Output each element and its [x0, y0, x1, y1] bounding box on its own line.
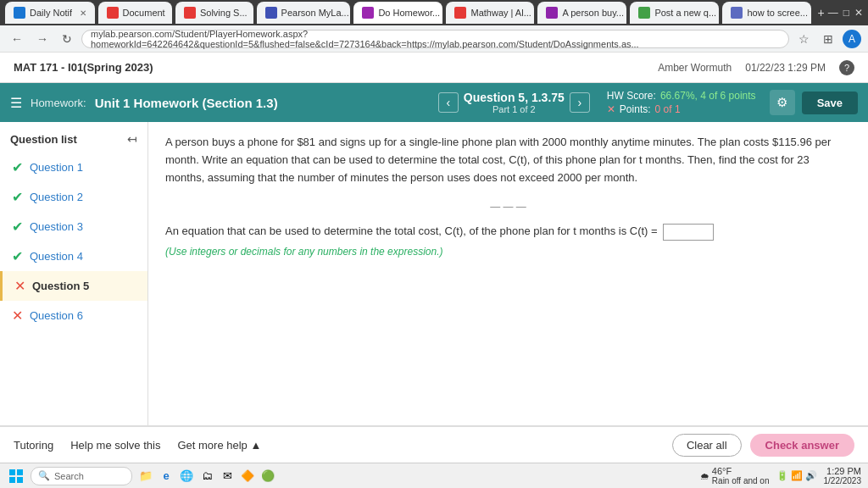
- hw-score-value: 66.67%, 4 of 6 points: [660, 90, 756, 102]
- tab-homework[interactable]: Do Homewor... ✕: [353, 2, 442, 24]
- back-button[interactable]: ←: [7, 30, 27, 47]
- get-more-help-button[interactable]: Get more help ▲: [177, 439, 261, 452]
- question-title: Question 5, 1.3.75: [464, 91, 565, 104]
- hw-label: Homework:: [31, 97, 86, 109]
- question-6-label: Question 6: [30, 309, 83, 322]
- next-question-button[interactable]: ›: [570, 92, 590, 113]
- refresh-button[interactable]: ↻: [58, 30, 76, 47]
- tab-person-buys[interactable]: A person buy... ✕: [537, 2, 626, 24]
- svg-rect-3: [17, 477, 23, 483]
- taskbar-right: 🌧 46°F Rain off and on 🔋 📶 🔊 1:29 PM 1/2…: [700, 466, 861, 485]
- question-3-label: Question 3: [30, 220, 83, 233]
- weather-icon: 🌧: [700, 471, 709, 481]
- chrome-icon[interactable]: 🌐: [178, 468, 195, 485]
- tab-solving[interactable]: Solving S... ✕: [175, 2, 253, 24]
- tab-post-question[interactable]: Post a new q... ✕: [630, 2, 719, 24]
- bookmark-button[interactable]: ☆: [794, 30, 814, 47]
- hw-header-actions: ⚙ Save: [770, 90, 858, 115]
- question-2-label: Question 2: [30, 191, 83, 203]
- edge-icon[interactable]: e: [158, 468, 175, 485]
- hw-score-label: HW Score:: [607, 90, 656, 102]
- weather-desc: Rain off and on: [712, 476, 770, 485]
- answer-prompt: An equation that can be used to determin…: [165, 225, 658, 237]
- menu-icon[interactable]: ☰: [10, 95, 22, 111]
- hw-scores: HW Score: 66.67%, 4 of 6 points ✕ Points…: [607, 90, 756, 115]
- scroll-hint: — — —: [165, 200, 851, 213]
- url-text: mylab.pearson.com/Student/PlayerHomework…: [91, 29, 780, 49]
- points-value: 0 of 1: [655, 103, 681, 115]
- time: 1:29 PM: [824, 466, 862, 476]
- close-button[interactable]: ✕: [854, 7, 863, 19]
- search-icon: 🔍: [38, 470, 50, 481]
- app-title: MAT 171 - I01(Spring 2023): [14, 61, 153, 74]
- hw-nav: ‹ Question 5, 1.3.75 Part 1 of 2 ›: [438, 91, 590, 114]
- new-tab-button[interactable]: +: [818, 6, 825, 19]
- folder-icon[interactable]: 🗂: [198, 468, 215, 485]
- check-answer-button[interactable]: Check answer: [750, 434, 854, 457]
- question-item-4[interactable]: ✔ Question 4: [0, 241, 147, 271]
- tab-close-icon[interactable]: ✕: [80, 8, 86, 18]
- question-item-1[interactable]: ✔ Question 1: [0, 152, 147, 182]
- homework-header: ☰ Homework: Unit 1 Homework (Section 1.3…: [0, 83, 868, 122]
- hw-title: Unit 1 Homework (Section 1.3): [95, 96, 278, 110]
- tab-document[interactable]: Document ✕: [98, 2, 172, 24]
- browser-tabs-bar: Daily Notifica... ✕ Document ✕ Solving S…: [0, 0, 868, 25]
- profile-button[interactable]: A: [843, 30, 861, 48]
- clear-all-button[interactable]: Clear all: [672, 434, 742, 457]
- question-item-6[interactable]: ✕ Question 6: [0, 301, 147, 330]
- question-5-label: Question 5: [32, 280, 89, 292]
- file-explorer-icon[interactable]: 📁: [137, 468, 154, 485]
- question-item-3[interactable]: ✔ Question 3: [0, 212, 147, 241]
- main-layout: Question list ↤ ✔ Question 1 ✔ Question …: [0, 122, 868, 425]
- extensions-button[interactable]: ⊞: [819, 30, 837, 47]
- question-item-5[interactable]: ✕ Question 5: [0, 271, 147, 301]
- minimize-button[interactable]: —: [828, 7, 838, 19]
- points-label: Points:: [620, 103, 651, 115]
- datetime: 01/22/23 1:29 PM: [745, 62, 826, 74]
- wifi-icon: 📶: [791, 470, 803, 481]
- correct-icon: ✔: [12, 189, 23, 205]
- tutoring-button[interactable]: Tutoring: [14, 439, 53, 452]
- incorrect-icon: ✕: [14, 278, 25, 294]
- correct-icon: ✔: [12, 219, 23, 235]
- app-top-bar: MAT 171 - I01(Spring 2023) Amber Wormuth…: [0, 53, 868, 83]
- svg-rect-2: [9, 477, 15, 483]
- question-item-2[interactable]: ✔ Question 2: [0, 182, 147, 212]
- save-button[interactable]: Save: [802, 92, 858, 114]
- weather-widget: 🌧 46°F Rain off and on: [700, 466, 770, 485]
- weather-temp: 46°F: [712, 466, 770, 476]
- mail-icon[interactable]: ✉: [219, 468, 236, 485]
- maximize-button[interactable]: □: [843, 7, 849, 19]
- bottom-toolbar: Tutoring Help me solve this Get more hel…: [0, 425, 868, 463]
- hw-header-left: ☰ Homework: Unit 1 Homework (Section 1.3…: [10, 95, 278, 111]
- sidebar-header: Question list ↤: [0, 129, 147, 152]
- tab-mathway[interactable]: Mathway | Al... ✕: [446, 2, 534, 24]
- answer-input[interactable]: [663, 224, 714, 241]
- tab-daily-notif[interactable]: Daily Notifica... ✕: [5, 2, 95, 24]
- hw-score-line: HW Score: 66.67%, 4 of 6 points: [607, 90, 756, 102]
- collapse-sidebar-button[interactable]: ↤: [127, 132, 137, 146]
- prev-question-button[interactable]: ‹: [438, 92, 459, 113]
- tab-pearson[interactable]: Pearson MyLa... ✕: [257, 2, 351, 24]
- weather-info: 46°F Rain off and on: [712, 466, 770, 485]
- question-sub: Part 1 of 2: [464, 104, 565, 114]
- url-bar[interactable]: mylab.pearson.com/Student/PlayerHomework…: [81, 30, 789, 48]
- tab-screenshot[interactable]: how to scree... ✕: [722, 2, 810, 24]
- forward-button[interactable]: →: [32, 30, 53, 47]
- app-top-right: Amber Wormuth 01/22/23 1:29 PM ?: [658, 60, 854, 75]
- problem-text: A person buys a phone for $81 and signs …: [165, 134, 851, 186]
- help-me-solve-button[interactable]: Help me solve this: [70, 439, 160, 452]
- app-icon-1[interactable]: 🔶: [239, 468, 256, 485]
- clock: 1:29 PM 1/22/2023: [824, 466, 862, 485]
- settings-button[interactable]: ⚙: [770, 90, 795, 115]
- start-button[interactable]: [7, 467, 25, 485]
- question-list-sidebar: Question list ↤ ✔ Question 1 ✔ Question …: [0, 122, 148, 425]
- app-icon-2[interactable]: 🟢: [259, 468, 276, 485]
- battery-icon: 🔋: [776, 470, 788, 481]
- taskbar-icons: 📁 e 🌐 🗂 ✉ 🔶 🟢: [137, 468, 276, 485]
- help-icon[interactable]: ?: [839, 60, 854, 75]
- hint-text: (Use integers or decimals for any number…: [165, 246, 442, 258]
- svg-rect-1: [17, 469, 23, 475]
- search-bar[interactable]: 🔍 Search: [31, 467, 132, 485]
- search-label: Search: [54, 471, 84, 481]
